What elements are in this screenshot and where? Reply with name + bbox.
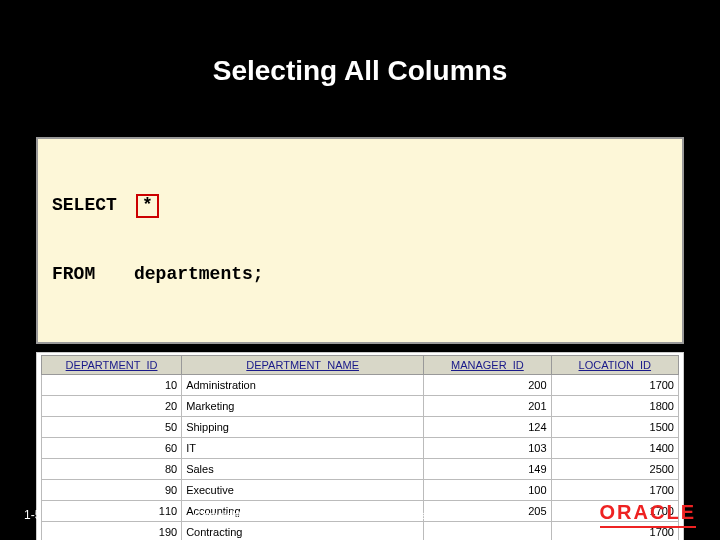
table-row: 10 Administration 200 1700 bbox=[42, 375, 679, 396]
sql-code: SELECT * FROM departments; bbox=[52, 149, 668, 330]
oracle-logo-bar bbox=[600, 526, 696, 528]
cell-dept-id: 60 bbox=[42, 438, 182, 459]
oracle-logo-text: ORACLE bbox=[600, 501, 696, 523]
cell-dept-id: 10 bbox=[42, 375, 182, 396]
cell-mgr-id: 149 bbox=[424, 459, 551, 480]
sql-from-keyword: FROM bbox=[52, 263, 134, 286]
slide-title: Selecting All Columns bbox=[0, 0, 720, 107]
table-row: 50 Shipping 124 1500 bbox=[42, 417, 679, 438]
sql-table-name: departments; bbox=[134, 263, 264, 286]
col-location-id: LOCATION_ID bbox=[551, 356, 678, 375]
cell-dept-name: Administration bbox=[182, 375, 424, 396]
cell-dept-id: 20 bbox=[42, 396, 182, 417]
table-row: 80 Sales 149 2500 bbox=[42, 459, 679, 480]
cell-loc-id: 1500 bbox=[551, 417, 678, 438]
cell-dept-name: Shipping bbox=[182, 417, 424, 438]
oracle-logo: ORACLE bbox=[586, 501, 696, 528]
cell-loc-id: 1400 bbox=[551, 438, 678, 459]
cell-dept-id: 90 bbox=[42, 480, 182, 501]
cell-mgr-id: 201 bbox=[424, 396, 551, 417]
table-row: 20 Marketing 201 1800 bbox=[42, 396, 679, 417]
cell-dept-name: IT bbox=[182, 438, 424, 459]
slide-footer: 1-5 Copyright © Oracle Corporation, 2001… bbox=[0, 501, 720, 528]
cell-loc-id: 1700 bbox=[551, 375, 678, 396]
cell-dept-name: Executive bbox=[182, 480, 424, 501]
cell-mgr-id: 103 bbox=[424, 438, 551, 459]
cell-dept-id: 50 bbox=[42, 417, 182, 438]
cell-loc-id: 2500 bbox=[551, 459, 678, 480]
table-header: DEPARTMENT_ID DEPARTMENT_NAME MANAGER_ID… bbox=[42, 356, 679, 375]
cell-dept-name: Marketing bbox=[182, 396, 424, 417]
sql-line-from: FROM departments; bbox=[52, 263, 668, 286]
cell-dept-id: 80 bbox=[42, 459, 182, 480]
cell-loc-id: 1700 bbox=[551, 480, 678, 501]
sql-select-keyword: SELECT bbox=[52, 194, 134, 217]
sql-line-select: SELECT * bbox=[52, 194, 668, 218]
cell-mgr-id: 124 bbox=[424, 417, 551, 438]
sql-star-highlight: * bbox=[136, 194, 159, 218]
page-number: 1-5 bbox=[24, 508, 84, 522]
table-row: 60 IT 103 1400 bbox=[42, 438, 679, 459]
cell-mgr-id: 100 bbox=[424, 480, 551, 501]
cell-loc-id: 1800 bbox=[551, 396, 678, 417]
copyright-text: Copyright © Oracle Corporation, 2001. Al… bbox=[84, 509, 586, 521]
sql-block: SELECT * FROM departments; bbox=[36, 137, 684, 344]
table-row: 90 Executive 100 1700 bbox=[42, 480, 679, 501]
col-manager-id: MANAGER_ID bbox=[424, 356, 551, 375]
col-department-name: DEPARTMENT_NAME bbox=[182, 356, 424, 375]
cell-mgr-id: 200 bbox=[424, 375, 551, 396]
col-department-id: DEPARTMENT_ID bbox=[42, 356, 182, 375]
cell-dept-name: Sales bbox=[182, 459, 424, 480]
